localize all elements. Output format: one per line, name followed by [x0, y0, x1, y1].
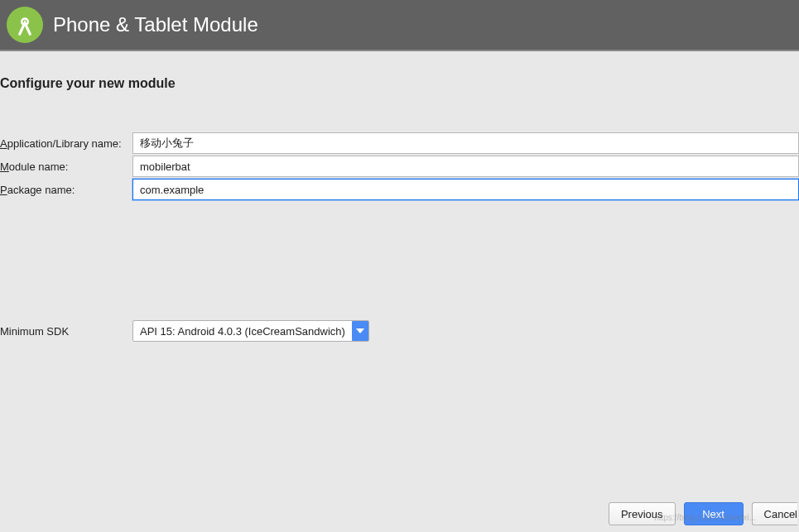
window-header: Phone & Tablet Module [0, 0, 799, 51]
package-name-input[interactable] [132, 179, 799, 200]
chevron-down-icon [352, 321, 368, 341]
section-title: Configure your new module [0, 76, 799, 91]
module-name-row: Module name: [0, 156, 799, 177]
app-name-row: Application/Library name: [0, 132, 799, 154]
previous-button[interactable]: Previous [609, 502, 676, 525]
android-studio-icon [7, 7, 43, 43]
app-name-input[interactable] [132, 132, 799, 154]
button-bar: Previous Next Cancel [609, 502, 797, 525]
package-name-label: Package name: [0, 184, 132, 196]
next-button[interactable]: Next [684, 502, 744, 525]
app-name-label: Application/Library name: [0, 137, 132, 150]
minimum-sdk-label: Minimum SDK [0, 325, 132, 338]
module-name-label: Module name: [0, 161, 132, 173]
minimum-sdk-selected: API 15: Android 4.0.3 (IceCreamSandwich) [133, 325, 352, 338]
content-area: Configure your new module Application/Li… [0, 51, 799, 532]
module-name-input[interactable] [132, 156, 799, 177]
minimum-sdk-dropdown[interactable]: API 15: Android 4.0.3 (IceCreamSandwich) [132, 320, 369, 342]
package-name-row: Package name: [0, 179, 799, 200]
minimum-sdk-row: Minimum SDK API 15: Android 4.0.3 (IceCr… [0, 320, 799, 342]
cancel-button[interactable]: Cancel [752, 502, 797, 525]
header-title: Phone & Tablet Module [53, 13, 258, 36]
